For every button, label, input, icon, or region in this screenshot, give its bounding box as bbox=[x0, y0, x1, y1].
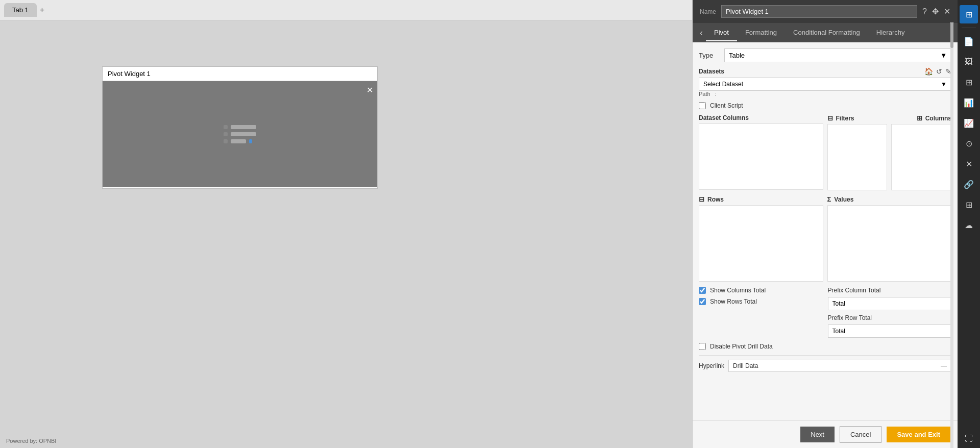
disable-pivot-checkbox[interactable] bbox=[699, 343, 706, 350]
panel-footer: Next Cancel Save and Exit bbox=[693, 420, 958, 448]
filters-box bbox=[827, 124, 888, 190]
totals-section: Show Columns Total Show Rows Total Prefi… bbox=[699, 287, 951, 338]
filter-icon: ⊟ bbox=[827, 114, 833, 122]
powered-by: Powered by: OPNBI bbox=[6, 438, 56, 444]
rows-values-section: ⊟ Rows Σ Values bbox=[699, 195, 951, 282]
prefix-row-section: Prefix Row Total bbox=[828, 314, 952, 338]
show-columns-total-checkbox[interactable] bbox=[699, 287, 706, 294]
rows-section: ⊟ Rows bbox=[699, 195, 823, 282]
refresh-dataset-icon[interactable]: ↺ bbox=[936, 67, 942, 76]
client-script-label: Client Script bbox=[710, 102, 743, 109]
widget-name-input[interactable] bbox=[721, 5, 917, 18]
prefix-column-label: Prefix Column Total bbox=[828, 287, 952, 294]
icon-dot-2 bbox=[224, 132, 228, 136]
panel-help-icon[interactable]: ? bbox=[922, 7, 927, 16]
filters-label-row: ⊟ Filters bbox=[827, 114, 854, 122]
scrollbar-thumb[interactable] bbox=[950, 22, 953, 48]
sidebar-icon-table[interactable]: ⊞ bbox=[960, 73, 978, 91]
sidebar-icon-cloud[interactable]: ☁ bbox=[960, 216, 978, 234]
columns-filters-section: Dataset Columns ⊟ Filters ⊞ Columns bbox=[699, 114, 951, 190]
dataset-columns-label-row: Dataset Columns bbox=[699, 114, 823, 121]
home-icon[interactable]: 🏠 bbox=[924, 67, 933, 76]
path-row: Path : bbox=[699, 91, 951, 97]
disable-pivot-label: Disable Pivot Drill Data bbox=[710, 343, 773, 350]
filters-columns-section: ⊟ Filters ⊞ Columns bbox=[827, 114, 952, 190]
datasets-icon-group: 🏠 ↺ ✎ bbox=[924, 67, 951, 76]
show-rows-total-checkbox[interactable] bbox=[699, 298, 706, 305]
filters-label: Filters bbox=[836, 115, 854, 122]
canvas-area: Pivot Widget 1 ✕ P bbox=[0, 20, 526, 448]
panel-tabs: ‹ Pivot Formatting Conditional Formattin… bbox=[693, 23, 958, 42]
cancel-button[interactable]: Cancel bbox=[840, 426, 881, 443]
show-columns-total-label: Show Columns Total bbox=[710, 287, 766, 294]
tab-conditional-formatting[interactable]: Conditional Formatting bbox=[785, 24, 868, 41]
pivot-widget: Pivot Widget 1 ✕ bbox=[102, 66, 378, 189]
widget-body: ✕ bbox=[103, 81, 377, 187]
tab-pivot[interactable]: Pivot bbox=[706, 24, 737, 41]
disable-pivot-row: Disable Pivot Drill Data bbox=[699, 343, 951, 350]
panel-move-icon[interactable]: ✥ bbox=[932, 7, 939, 16]
icon-bar-2 bbox=[231, 132, 256, 136]
sidebar-icon-active[interactable]: ⊞ bbox=[960, 5, 978, 23]
panel-scrollbar[interactable] bbox=[950, 22, 953, 448]
rows-label: Rows bbox=[707, 196, 724, 203]
add-tab-button[interactable]: + bbox=[40, 6, 44, 15]
dataset-columns-label: Dataset Columns bbox=[699, 114, 749, 121]
icon-cursor bbox=[249, 139, 252, 143]
show-columns-total-row: Show Columns Total bbox=[699, 287, 823, 294]
tab-formatting[interactable]: Formatting bbox=[737, 24, 785, 41]
client-script-checkbox[interactable] bbox=[699, 102, 706, 109]
datasets-label-text: Datasets bbox=[699, 68, 724, 75]
columns-label-row: ⊞ Columns bbox=[917, 114, 951, 122]
sidebar-icon-settings[interactable]: ✕ bbox=[960, 155, 978, 173]
next-button[interactable]: Next bbox=[800, 427, 835, 442]
sidebar-separator-1 bbox=[962, 28, 976, 28]
icon-dot bbox=[224, 125, 228, 129]
columns-box bbox=[891, 124, 951, 190]
rows-label-row: ⊟ Rows bbox=[699, 195, 823, 203]
hyperlink-label: Hyperlink bbox=[699, 362, 724, 369]
datasets-section: Datasets 🏠 ↺ ✎ Select Dataset ▼ Path : bbox=[699, 67, 951, 97]
sidebar-icon-gauge[interactable]: ⊙ bbox=[960, 134, 978, 153]
widget-title-bar: Pivot Widget 1 bbox=[103, 67, 377, 81]
type-row: Type Table ▼ bbox=[699, 48, 951, 62]
panel-body: Type Table ▼ Datasets 🏠 ↺ ✎ Select Datas… bbox=[693, 42, 958, 420]
sidebar-icon-line[interactable]: 📈 bbox=[960, 114, 978, 132]
columns-icon: ⊞ bbox=[917, 114, 922, 122]
sidebar-icon-expand[interactable]: ⛶ bbox=[960, 430, 978, 448]
dataset-columns-section: Dataset Columns bbox=[699, 114, 823, 190]
prefix-row-label: Prefix Row Total bbox=[828, 314, 952, 321]
sidebar-icon-grid[interactable]: ⊞ bbox=[960, 195, 978, 214]
type-label: Type bbox=[699, 52, 719, 59]
panel-header: Name ? ✥ ✕ bbox=[693, 0, 958, 23]
prefix-column-input[interactable] bbox=[828, 297, 952, 310]
tab-arrow-left[interactable]: ‹ bbox=[697, 28, 706, 38]
show-rows-total-row: Show Rows Total bbox=[699, 298, 823, 305]
rows-box bbox=[699, 205, 823, 282]
sidebar-icon-chart[interactable]: 📊 bbox=[960, 93, 978, 112]
path-value: : bbox=[715, 91, 717, 97]
icon-row-1 bbox=[224, 125, 256, 129]
sidebar-icon-link[interactable]: 🔗 bbox=[960, 175, 978, 193]
panel-close-icon[interactable]: ✕ bbox=[944, 7, 950, 16]
widget-icon-placeholder bbox=[224, 125, 256, 143]
tab-1[interactable]: Tab 1 bbox=[4, 3, 37, 17]
hyperlink-value: Drill Data bbox=[733, 362, 758, 369]
sidebar-icon-image[interactable]: 🖼 bbox=[960, 53, 978, 71]
values-icon: Σ bbox=[827, 195, 831, 203]
save-exit-button[interactable]: Save and Exit bbox=[887, 427, 950, 442]
icon-dot-3 bbox=[224, 139, 228, 143]
show-rows-total-label: Show Rows Total bbox=[710, 298, 757, 305]
sidebar-icon-doc[interactable]: 📄 bbox=[960, 32, 978, 51]
select-dataset-placeholder: Select Dataset bbox=[703, 81, 743, 88]
tab-hierarchy[interactable]: Hierarchy bbox=[868, 24, 913, 41]
select-dataset-dropdown[interactable]: Select Dataset ▼ bbox=[699, 78, 951, 91]
panel-header-icons: ? ✥ ✕ bbox=[922, 7, 950, 16]
right-totals: Prefix Column Total Prefix Row Total bbox=[828, 287, 952, 338]
icon-bar-3 bbox=[231, 139, 246, 143]
type-dropdown-icon: ▼ bbox=[940, 52, 947, 59]
widget-close-button[interactable]: ✕ bbox=[366, 85, 373, 95]
type-select[interactable]: Table ▼ bbox=[724, 48, 951, 62]
select-dataset-arrow: ▼ bbox=[941, 81, 947, 88]
prefix-row-input[interactable] bbox=[828, 325, 952, 338]
